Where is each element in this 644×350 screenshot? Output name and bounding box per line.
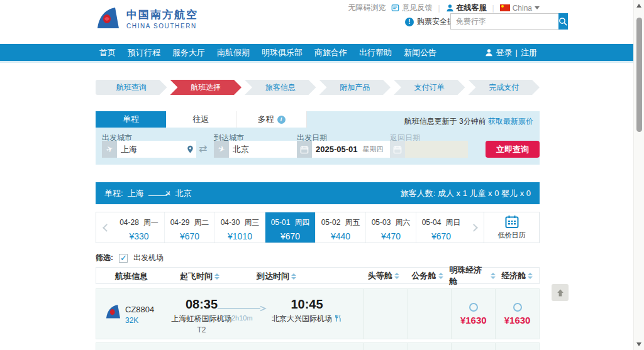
scrollbar-thumb[interactable] bbox=[636, 18, 642, 132]
premium-economy-price: ¥1630 bbox=[460, 315, 487, 325]
depart-airport-option-label: 出发机场 bbox=[133, 253, 164, 263]
depart-airport-checkbox[interactable] bbox=[119, 254, 128, 263]
date-strip: 04-28周一 ¥330 04-29周二 ¥670 04-30周三 ¥1010 … bbox=[96, 212, 540, 243]
tab-multi-city[interactable]: 多程 bbox=[236, 111, 307, 128]
refresh-fares-link[interactable]: 获取最新票价 bbox=[488, 117, 533, 126]
step-flight-selection[interactable]: 航班选择 bbox=[170, 80, 242, 95]
weekday-text: 周一 bbox=[143, 218, 158, 227]
prev-dates-button[interactable] bbox=[96, 212, 114, 243]
online-service-link[interactable]: 在线客服 bbox=[446, 3, 487, 13]
location-pin-icon[interactable] bbox=[186, 145, 194, 153]
trip-type-label: 单程: bbox=[104, 188, 123, 199]
feedback-label: 意见反馈 bbox=[402, 3, 432, 13]
online-service-label: 在线客服 bbox=[457, 3, 487, 13]
date-text: 05-01 bbox=[271, 218, 291, 227]
nav-items: 首页 预订行程 服务大厅 南航假期 明珠俱乐部 商旅合作 出行帮助 新闻公告 bbox=[99, 44, 436, 61]
economy-price: ¥1630 bbox=[504, 315, 531, 325]
col-arrive-time-sort[interactable]: 到达时间 bbox=[257, 271, 296, 282]
airline-logo[interactable]: 中国南方航空 CHINA SOUTHERN bbox=[96, 7, 198, 30]
feedback-link[interactable]: 意见反馈 bbox=[391, 3, 432, 13]
nav-item-holidays[interactable]: 南航假期 bbox=[217, 47, 250, 58]
swap-cities-icon[interactable]: ⇄ bbox=[199, 143, 207, 155]
customer-service-icon bbox=[446, 4, 454, 12]
locale-label: China bbox=[513, 4, 532, 13]
economy-radio[interactable] bbox=[513, 303, 522, 312]
depart-city-group: ✈ bbox=[102, 141, 196, 158]
trip-type-tabs: 单程 往返 多程 bbox=[96, 111, 307, 128]
locale-selector[interactable]: China bbox=[500, 4, 540, 13]
sort-icon bbox=[394, 273, 399, 279]
login-link[interactable]: 登录 bbox=[496, 47, 513, 58]
logo-english-name: CHINA SOUTHERN bbox=[126, 23, 198, 30]
date-option-0502[interactable]: 05-02周五 ¥440 bbox=[315, 212, 365, 243]
plane-takeoff-icon: ✈ bbox=[102, 141, 117, 158]
nav-item-news[interactable]: 新闻公告 bbox=[404, 47, 436, 58]
calendar-icon bbox=[297, 141, 312, 158]
col-premium-economy-sort[interactable]: 明珠经济舱 bbox=[449, 265, 495, 287]
main-nav: 首页 预订行程 服务大厅 南航假期 明珠俱乐部 商旅合作 出行帮助 新闻公告 登… bbox=[0, 44, 644, 61]
alert-info-icon bbox=[405, 18, 414, 26]
china-flag-icon bbox=[500, 4, 510, 11]
date-option-0504[interactable]: 05-04周日 ¥670 bbox=[416, 212, 466, 243]
weekday-text: 周三 bbox=[244, 218, 259, 227]
step-flight-search[interactable]: 航班查询 bbox=[96, 80, 167, 95]
arrive-city-input[interactable] bbox=[233, 145, 298, 154]
scroll-up-arrow-icon[interactable] bbox=[636, 4, 641, 8]
step-payment[interactable]: 支付订单 bbox=[394, 80, 465, 95]
nav-item-service-hall[interactable]: 服务大厅 bbox=[172, 47, 205, 58]
depart-city-input[interactable] bbox=[121, 145, 186, 154]
nav-item-booking[interactable]: 预订行程 bbox=[128, 47, 160, 58]
date-price: ¥1010 bbox=[215, 231, 265, 241]
tab-round-trip-label: 往返 bbox=[193, 114, 209, 125]
tab-round-trip[interactable]: 往返 bbox=[166, 111, 236, 128]
arrive-airport: 北京大兴国际机场 bbox=[272, 314, 332, 323]
next-dates-button[interactable] bbox=[466, 212, 484, 243]
sort-icon bbox=[491, 273, 496, 279]
col-first-class-sort[interactable]: 头等舱 bbox=[362, 270, 405, 282]
step-addons[interactable]: 附加产品 bbox=[319, 80, 391, 95]
depart-date-field[interactable]: 2025-05-01 星期四 bbox=[312, 141, 390, 158]
search-flights-button[interactable]: 立即查询 bbox=[486, 141, 540, 158]
date-option-0430[interactable]: 04-30周三 ¥1010 bbox=[214, 212, 265, 243]
low-price-calendar-button[interactable]: 低价日历 bbox=[484, 212, 539, 243]
business-class-cell bbox=[408, 289, 452, 339]
nav-item-corporate[interactable]: 商旅合作 bbox=[314, 47, 347, 58]
aircraft-type[interactable]: 32K bbox=[125, 316, 138, 325]
chevron-down-icon bbox=[535, 6, 540, 9]
step-passenger-info[interactable]: 旅客信息 bbox=[245, 80, 316, 95]
accessibility-label: 无障碍浏览 bbox=[348, 3, 386, 13]
depart-date-group[interactable]: 2025-05-01 星期四 bbox=[297, 141, 390, 158]
info-icon bbox=[277, 116, 286, 124]
tab-one-way[interactable]: 单程 bbox=[96, 111, 166, 128]
route-plane-arrow-icon: ✈ bbox=[148, 189, 171, 198]
col-business-sort[interactable]: 公务舱 bbox=[406, 270, 449, 282]
scroll-down-arrow-icon[interactable] bbox=[636, 342, 641, 346]
back-to-top-button[interactable] bbox=[552, 284, 569, 301]
step-complete[interactable]: 完成支付 bbox=[469, 80, 540, 95]
scrollbar[interactable] bbox=[633, 0, 644, 350]
economy-cell: ¥1630 bbox=[495, 289, 539, 339]
nav-item-travel-help[interactable]: 出行帮助 bbox=[359, 47, 392, 58]
nav-item-sky-pearl-club[interactable]: 明珠俱乐部 bbox=[262, 47, 303, 58]
weekday-text: 周五 bbox=[345, 218, 360, 227]
search-input[interactable] bbox=[450, 13, 558, 30]
low-price-calendar-label: 低价日历 bbox=[498, 231, 526, 240]
trip-from-city: 上海 bbox=[128, 188, 144, 199]
weekday-text: 周四 bbox=[294, 218, 309, 227]
date-option-0429[interactable]: 04-29周二 ¥670 bbox=[164, 212, 214, 243]
date-option-0501-selected[interactable]: 05-01周四 ¥670 bbox=[265, 212, 315, 243]
date-text: 04-30 bbox=[221, 218, 240, 227]
col-flight-info: 航班信息 bbox=[115, 271, 148, 282]
divider: | bbox=[438, 4, 440, 13]
search-button[interactable] bbox=[558, 13, 568, 30]
col-economy-sort[interactable]: 经济舱 bbox=[496, 270, 539, 282]
premium-economy-radio[interactable] bbox=[469, 303, 478, 312]
passenger-summary: 旅客人数: 成人 x 1 儿童 x 0 婴儿 x 0 bbox=[401, 188, 531, 199]
register-link[interactable]: 注册 bbox=[521, 47, 537, 58]
col-depart-time-sort[interactable]: 起飞时间 bbox=[180, 271, 219, 282]
nav-item-home[interactable]: 首页 bbox=[99, 47, 116, 58]
date-option-0503[interactable]: 05-03周六 ¥470 bbox=[365, 212, 416, 243]
airline-tail-icon bbox=[96, 7, 121, 30]
date-option-0428[interactable]: 04-28周一 ¥330 bbox=[114, 212, 164, 243]
accessibility-link[interactable]: 无障碍浏览 bbox=[348, 3, 386, 13]
